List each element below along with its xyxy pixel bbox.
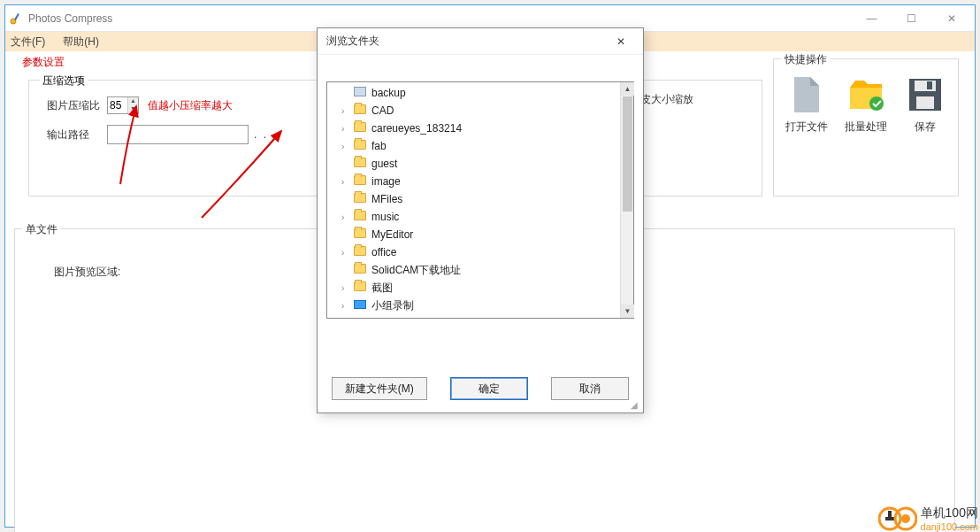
maximize-button[interactable]: ☐ (892, 6, 931, 31)
tree-item[interactable]: ›careueyes_183214 (327, 120, 620, 137)
dialog-close-button[interactable]: ✕ (608, 29, 634, 54)
ratio-input[interactable] (108, 99, 127, 112)
output-path-input[interactable] (107, 125, 249, 144)
dialog-title: 浏览文件夹 (326, 34, 608, 49)
tree-item-label: 截图 (371, 281, 393, 296)
params-section-title: 参数设置 (19, 55, 67, 70)
folder-icon (354, 211, 368, 223)
scroll-thumb[interactable] (623, 96, 632, 212)
spinner-arrows[interactable]: ▲▼ (127, 97, 138, 113)
window-controls: — ☐ ✕ (852, 6, 971, 31)
browse-folder-dialog: 浏览文件夹 ✕ backup›CAD›careueyes_183214›fabg… (317, 27, 644, 413)
tree-item[interactable]: ›fab (327, 137, 620, 155)
tree-item[interactable]: ›office (327, 243, 620, 261)
open-file-button[interactable]: 打开文件 (780, 75, 833, 135)
folder-tree[interactable]: backup›CAD›careueyes_183214›fabguest›ima… (327, 82, 620, 318)
folder-icon (354, 264, 368, 276)
expand-icon[interactable]: › (341, 142, 354, 151)
dialog-titlebar: 浏览文件夹 ✕ (318, 28, 643, 55)
dialog-button-row: 新建文件夹(M) 确定 取消 (318, 377, 643, 400)
watermark-line1: 单机100网 (921, 505, 978, 521)
compress-group-title: 压缩选项 (40, 73, 88, 89)
batch-button[interactable]: 批量处理 (839, 75, 892, 135)
svg-point-11 (901, 514, 910, 523)
save-label: 保存 (915, 120, 936, 135)
tree-item-label: careueyes_183214 (371, 122, 462, 135)
svg-rect-4 (915, 81, 936, 91)
folder-icon (354, 246, 368, 258)
window-title: Photos Compress (28, 12, 852, 25)
quick-title: 快捷操作 (781, 52, 831, 67)
tree-item-label: guest (371, 158, 397, 170)
tree-item[interactable]: ›小组录制 (327, 297, 620, 314)
monitor-icon (354, 299, 368, 312)
tree-item[interactable]: guest (327, 155, 620, 173)
tree-item-label: MyEditor (371, 228, 413, 241)
tree-item[interactable]: ›截图 (327, 279, 620, 297)
resize-grip[interactable]: ◢ (631, 400, 641, 411)
ratio-row: 图片压缩比 ▲▼ 值越小压缩率越大 (47, 96, 233, 114)
tree-item-label: backup (371, 87, 406, 99)
close-button[interactable]: ✕ (931, 6, 971, 31)
tree-item[interactable]: backup (327, 84, 620, 102)
tree-item-label: fab (371, 140, 387, 152)
expand-icon[interactable]: › (341, 124, 354, 134)
tree-item-label: music (371, 211, 399, 223)
preview-label: 图片预览区域: (54, 265, 120, 280)
minimize-button[interactable]: — (852, 6, 892, 31)
cancel-button[interactable]: 取消 (551, 377, 629, 400)
tree-scrollbar[interactable]: ▲ ▼ (620, 82, 633, 318)
file-icon (787, 75, 826, 114)
menu-file[interactable]: 文件(F) (11, 35, 45, 50)
watermark: 单机100网 danji100.com (878, 504, 978, 532)
ratio-spinner[interactable]: ▲▼ (107, 96, 139, 114)
app-icon (9, 12, 23, 26)
ratio-label: 图片压缩比 (47, 98, 107, 113)
tree-item-label: SolidCAM下载地址 (371, 263, 461, 278)
folder-icon (354, 175, 368, 188)
save-icon (906, 75, 945, 114)
folder-icon (354, 104, 368, 117)
folder-icon (354, 228, 368, 241)
ok-button[interactable]: 确定 (450, 377, 528, 400)
scale-hint-text: 皮大小缩放 (640, 92, 693, 107)
path-label: 输出路径 (47, 127, 107, 143)
expand-icon[interactable]: › (341, 106, 354, 116)
tree-item-label: office (371, 246, 396, 258)
tree-item-label: 小组录制 (371, 298, 414, 313)
svg-point-2 (869, 96, 884, 111)
tree-item-label: image (371, 175, 401, 188)
expand-icon[interactable]: › (341, 301, 354, 311)
tree-item[interactable]: SolidCAM下载地址 (327, 261, 620, 279)
open-file-label: 打开文件 (785, 120, 828, 135)
folder-icon (354, 281, 368, 294)
expand-icon[interactable]: › (341, 248, 354, 258)
tree-item[interactable]: MFiles (327, 190, 620, 208)
folder-icon (354, 140, 368, 152)
scroll-down-button[interactable]: ▼ (621, 305, 634, 318)
folder-icon (354, 122, 368, 135)
ratio-hint: 值越小压缩率越大 (148, 98, 233, 113)
printer-icon (354, 87, 368, 99)
tree-item[interactable]: ›music (327, 208, 620, 226)
tree-item-label: CAD (371, 104, 394, 117)
folder-icon (354, 193, 368, 205)
quick-actions-group: 快捷操作 打开文件 批量处理 (773, 58, 959, 197)
tree-item[interactable]: ›CAD (327, 102, 620, 120)
new-folder-button[interactable]: 新建文件夹(M) (332, 377, 427, 400)
browse-button[interactable]: . . . (254, 128, 278, 141)
svg-rect-9 (885, 517, 894, 520)
watermark-icon (878, 504, 917, 532)
tree-item[interactable]: ›image (327, 173, 620, 190)
save-button[interactable]: 保存 (899, 75, 952, 135)
svg-rect-5 (916, 96, 934, 109)
menu-help[interactable]: 帮助(H) (63, 35, 99, 50)
expand-icon[interactable]: › (341, 177, 354, 187)
tree-item[interactable]: MyEditor (327, 226, 620, 243)
expand-icon[interactable]: › (341, 283, 354, 293)
scroll-up-button[interactable]: ▲ (621, 82, 634, 96)
path-row: 输出路径 . . . (47, 125, 278, 144)
folder-tree-container: backup›CAD›careueyes_183214›fabguest›ima… (326, 81, 634, 319)
expand-icon[interactable]: › (341, 212, 354, 222)
svg-rect-6 (927, 81, 932, 89)
